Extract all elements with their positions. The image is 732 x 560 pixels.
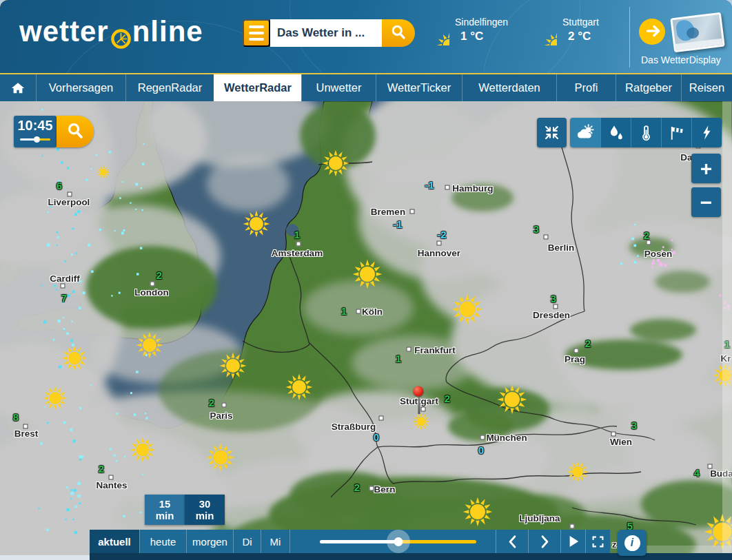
satellite-map bbox=[0, 101, 732, 560]
sun-icon bbox=[529, 18, 557, 45]
search-icon bbox=[65, 121, 85, 141]
map-temp: 4 bbox=[694, 467, 700, 479]
city-marker bbox=[611, 432, 616, 437]
fullscreen-button[interactable] bbox=[585, 530, 610, 553]
city-label-posen: Posen bbox=[644, 249, 673, 259]
city-marker bbox=[480, 435, 485, 440]
city-label-ljubljana: Ljubljana bbox=[519, 513, 560, 523]
map-edge-overlay bbox=[722, 101, 732, 560]
city-label-prag: Prag bbox=[565, 354, 585, 364]
menu-button[interactable] bbox=[243, 19, 270, 47]
city-label-hannover: Hannover bbox=[418, 248, 460, 258]
city-marker bbox=[407, 347, 411, 352]
city-label-berlin: Berlin bbox=[548, 242, 574, 253]
layer-button-thermometer-icon[interactable] bbox=[631, 118, 661, 147]
widget-temp: 2 °C bbox=[568, 30, 599, 43]
city-label-london: London bbox=[134, 287, 168, 298]
play-button[interactable] bbox=[560, 530, 585, 553]
layer-button-droplets-icon[interactable] bbox=[600, 118, 631, 147]
nav-tab-wetterticker[interactable]: WetterTicker bbox=[376, 74, 462, 101]
weather-widget-sindelfingen[interactable]: Sindelfingen 1 °C bbox=[422, 17, 508, 45]
city-temp: 2 bbox=[445, 393, 450, 404]
cloud-sun-icon bbox=[575, 123, 596, 143]
map-search-button[interactable] bbox=[57, 116, 94, 147]
widget-temp: 1 °C bbox=[460, 30, 508, 43]
nav-tab-profi[interactable]: Profi bbox=[556, 74, 616, 101]
info-button[interactable]: i bbox=[618, 530, 647, 556]
wetterdisplay-product-image[interactable] bbox=[670, 12, 725, 53]
timeline-tab-heute[interactable]: heute bbox=[139, 530, 186, 553]
city-marker bbox=[574, 349, 579, 353]
nav-tab-vorhersagen[interactable]: Vorhersagen bbox=[36, 74, 125, 101]
city-temp: 2 bbox=[354, 481, 360, 493]
city-marker bbox=[222, 403, 227, 408]
time-slider[interactable] bbox=[289, 530, 496, 553]
search-icon bbox=[389, 23, 408, 42]
timeline-tab-aktuell[interactable]: aktuell bbox=[90, 530, 139, 553]
layer-button-cloud-sun-icon[interactable] bbox=[570, 118, 600, 147]
main-nav: VorhersagenRegenRadarWetterRadarUnwetter… bbox=[0, 73, 732, 101]
time-display[interactable]: 10:45 bbox=[14, 116, 57, 147]
city-temp: 0 bbox=[478, 444, 484, 456]
nav-home[interactable] bbox=[0, 74, 36, 101]
nav-tab-regenradar[interactable]: RegenRadar bbox=[125, 74, 214, 101]
city-temp: -2 bbox=[437, 229, 446, 240]
city-label-bern: Bern bbox=[374, 484, 396, 495]
slider-thumb[interactable] bbox=[394, 537, 403, 546]
layer-toolbar bbox=[570, 118, 722, 147]
city-temp: 1 bbox=[294, 229, 300, 240]
promo-label: Das WetterDisplay bbox=[641, 54, 731, 65]
collapse-toolbar-button[interactable] bbox=[537, 118, 567, 147]
nav-tab-wetterdaten[interactable]: Wetterdaten bbox=[462, 74, 556, 101]
sun-icon bbox=[422, 18, 449, 45]
logo-text-2: nline bbox=[132, 15, 203, 48]
city-label-dresden: Dresden bbox=[533, 310, 570, 320]
city-temp: 1 bbox=[341, 305, 347, 317]
step-back-button[interactable] bbox=[496, 530, 528, 553]
current-time: 10:45 bbox=[14, 118, 57, 134]
partial-city-label: z bbox=[612, 539, 617, 550]
city-marker bbox=[379, 416, 384, 421]
interval-15min-button[interactable]: 15 min bbox=[145, 495, 185, 525]
weather-map-canvas[interactable]: Liverpool6Cardiff7London2Amsterdam1Breme… bbox=[0, 101, 732, 560]
timeline-tab-Di[interactable]: Di bbox=[233, 530, 261, 553]
city-marker bbox=[570, 524, 575, 529]
arrow-right-icon bbox=[643, 21, 664, 41]
weather-widget-stuttgart[interactable]: Stuttgart 2 °C bbox=[529, 17, 599, 45]
city-label-bremen: Bremen bbox=[371, 207, 405, 217]
timeline-tab-morgen[interactable]: morgen bbox=[186, 530, 233, 553]
search-input[interactable] bbox=[270, 19, 382, 47]
city-temp: 2 bbox=[99, 463, 104, 475]
city-marker bbox=[109, 475, 114, 480]
mini-time-slider[interactable] bbox=[20, 136, 50, 142]
promo-arrow-button[interactable] bbox=[639, 19, 665, 45]
step-forward-button[interactable] bbox=[528, 530, 560, 553]
interval-30min-button[interactable]: 30 min bbox=[185, 495, 225, 525]
lightning-icon bbox=[698, 124, 715, 141]
layer-button-lightning-icon[interactable] bbox=[691, 118, 722, 147]
zoom-in-button[interactable]: + bbox=[691, 154, 721, 183]
nav-tab-ratgeber[interactable]: Ratgeber bbox=[616, 74, 681, 101]
nav-tab-reisen[interactable]: Reisen bbox=[681, 74, 732, 101]
city-marker bbox=[544, 235, 549, 240]
search-button[interactable] bbox=[382, 19, 415, 47]
header-divider bbox=[629, 7, 630, 68]
city-marker bbox=[356, 309, 361, 314]
timeline-tab-Mi[interactable]: Mi bbox=[261, 530, 289, 553]
wetteronline-logo[interactable]: wetternline bbox=[19, 15, 203, 48]
nav-tab-wetterradar[interactable]: WetterRadar bbox=[214, 74, 301, 101]
city-marker bbox=[647, 240, 651, 245]
nav-tab-unwetter[interactable]: Unwetter bbox=[301, 74, 376, 101]
city-marker bbox=[23, 424, 28, 429]
layer-button-windsock-icon[interactable] bbox=[661, 118, 691, 147]
city-marker bbox=[553, 304, 558, 309]
city-label-liverpool: Liverpool bbox=[48, 197, 90, 207]
fullscreen-icon bbox=[591, 535, 604, 548]
city-marker bbox=[68, 192, 72, 197]
city-temp: -1 bbox=[393, 218, 402, 230]
widget-city: Sindelfingen bbox=[455, 17, 508, 28]
city-marker bbox=[708, 464, 713, 469]
widget-city: Stuttgart bbox=[562, 17, 599, 28]
slider-track-remaining bbox=[398, 540, 477, 543]
zoom-out-button[interactable]: − bbox=[691, 187, 721, 217]
